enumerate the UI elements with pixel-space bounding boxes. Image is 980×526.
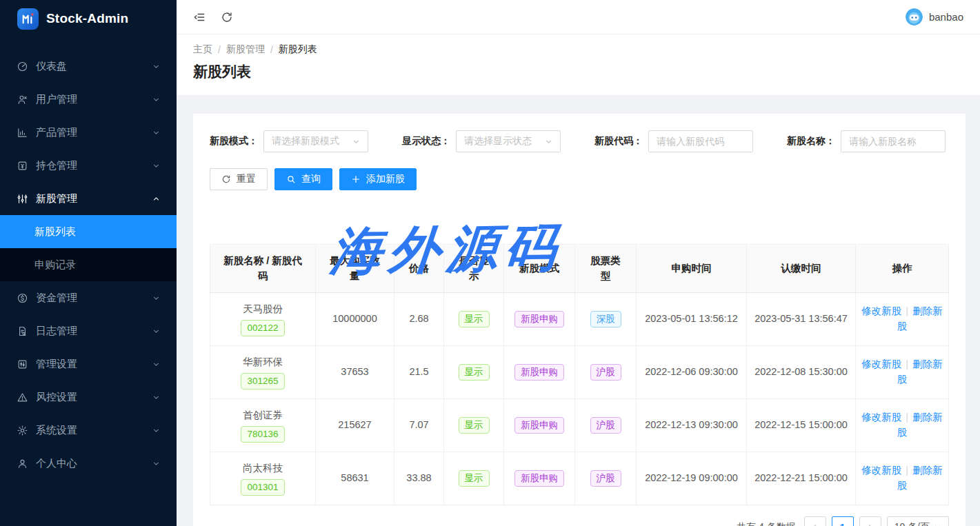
stock-code-badge: 301265 bbox=[241, 373, 284, 390]
chevron-down-icon bbox=[152, 96, 160, 103]
sidebar-item-label: 个人中心 bbox=[36, 457, 152, 470]
cell-pay-time: 2022-12-15 15:00:00 bbox=[747, 398, 856, 452]
sidebar-subitem[interactable]: 申购记录 bbox=[0, 248, 177, 281]
cell-actions: 修改新股|删除新股 bbox=[856, 292, 949, 345]
sidebar-item[interactable]: 新股管理 bbox=[0, 182, 177, 215]
stock-type-badge: 沪股 bbox=[590, 364, 621, 381]
content-card: 新股模式： 请选择新股模式 显示状态： 请选择显示状态 bbox=[193, 114, 966, 526]
filter-row: 新股模式： 请选择新股模式 显示状态： 请选择显示状态 bbox=[210, 130, 949, 152]
action-separator: | bbox=[906, 465, 908, 476]
col-header-name-code: 新股名称 / 新股代码 bbox=[210, 245, 316, 293]
delete-stock-link[interactable]: 删除新股 bbox=[897, 305, 943, 332]
page-size-select[interactable]: 10 条/页 bbox=[887, 516, 949, 526]
status-select[interactable]: 请选择显示状态 bbox=[456, 130, 561, 152]
icon-users bbox=[17, 94, 28, 105]
page-number-button[interactable]: 1 bbox=[832, 516, 854, 526]
add-stock-button-label: 添加新股 bbox=[366, 173, 405, 185]
action-separator: | bbox=[906, 412, 908, 423]
delete-stock-link[interactable]: 删除新股 bbox=[897, 358, 943, 385]
cell-price: 21.5 bbox=[394, 345, 444, 398]
prev-page-button[interactable] bbox=[804, 516, 826, 526]
icon-levels bbox=[17, 193, 28, 205]
sidebar-item-label: 仪表盘 bbox=[36, 60, 152, 73]
action-separator: | bbox=[906, 358, 908, 370]
search-icon bbox=[286, 174, 296, 184]
sidebar-item[interactable]: 个人中心 bbox=[0, 447, 177, 480]
mode-badge: 新股申购 bbox=[514, 470, 564, 487]
cell-pay-time: 2022-12-21 15:00:00 bbox=[747, 452, 856, 505]
mode-select[interactable]: 请选择新股模式 bbox=[263, 130, 368, 152]
table-header-row: 新股名称 / 新股代码 最大购买数量 价格 是否显示 新股模式 股票类型 申购时… bbox=[210, 245, 949, 293]
cell-apply-time: 2023-05-01 13:56:12 bbox=[637, 292, 747, 345]
stock-name: 华新环保 bbox=[216, 355, 310, 370]
cell-display: 显示 bbox=[444, 345, 504, 398]
stock-code-badge: 002122 bbox=[241, 320, 284, 336]
delete-stock-link[interactable]: 删除新股 bbox=[897, 465, 943, 491]
chevron-down-icon bbox=[152, 361, 160, 368]
sidebar-menu: 仪表盘用户管理产品管理持仓管理新股管理新股列表申购记录资金管理日志管理管理设置风… bbox=[0, 50, 177, 480]
breadcrumb-item[interactable]: 新股管理 bbox=[226, 43, 265, 56]
cell-max-qty: 37653 bbox=[316, 345, 394, 398]
chevron-down-icon bbox=[152, 129, 160, 136]
sidebar-item[interactable]: 系统设置 bbox=[0, 414, 177, 447]
sidebar-item[interactable]: 资金管理 bbox=[0, 281, 177, 314]
icon-gear bbox=[17, 425, 28, 436]
edit-stock-link[interactable]: 修改新股 bbox=[861, 412, 901, 423]
filter-status-label: 显示状态： bbox=[402, 135, 450, 148]
sidebar-item[interactable]: 风控设置 bbox=[0, 381, 177, 414]
sidebar-submenu: 新股列表申购记录 bbox=[0, 215, 177, 281]
cell-actions: 修改新股|删除新股 bbox=[856, 452, 949, 505]
cell-display: 显示 bbox=[444, 398, 504, 452]
filter-mode: 新股模式： 请选择新股模式 bbox=[210, 130, 368, 152]
sidebar-item[interactable]: 仪表盘 bbox=[0, 50, 177, 83]
table-row: 华新环保3012653765321.5显示新股申购沪股2022-12-06 09… bbox=[210, 345, 949, 398]
icon-fund bbox=[17, 292, 28, 304]
chevron-down-icon bbox=[152, 162, 160, 170]
col-header-apply-time: 申购时间 bbox=[637, 245, 747, 293]
reset-button[interactable]: 重置 bbox=[210, 168, 268, 190]
edit-stock-link[interactable]: 修改新股 bbox=[861, 305, 901, 316]
icon-chart bbox=[17, 127, 28, 139]
sidebar-item[interactable]: 管理设置 bbox=[0, 347, 177, 381]
cell-price: 33.88 bbox=[394, 452, 444, 505]
reload-icon bbox=[221, 174, 231, 184]
edit-stock-link[interactable]: 修改新股 bbox=[861, 358, 901, 370]
cell-display: 显示 bbox=[444, 292, 504, 345]
cell-apply-time: 2022-12-06 09:30:00 bbox=[637, 345, 747, 398]
page-size-value: 10 条/页 bbox=[894, 521, 930, 526]
username: banbao bbox=[929, 11, 963, 23]
add-stock-button[interactable]: 添加新股 bbox=[339, 168, 417, 190]
sidebar-subitem[interactable]: 新股列表 bbox=[0, 215, 177, 248]
sidebar-item-label: 新股管理 bbox=[36, 192, 152, 205]
cell-stock-type: 沪股 bbox=[575, 452, 637, 505]
chevron-down-icon bbox=[352, 138, 360, 145]
menu-fold-icon[interactable] bbox=[193, 11, 206, 23]
col-header-actions: 操作 bbox=[856, 245, 949, 293]
stock-code-input[interactable] bbox=[648, 130, 753, 152]
mode-select-placeholder: 请选择新股模式 bbox=[272, 135, 339, 148]
toolbar: 重置 查询 添加新股 bbox=[210, 168, 949, 190]
delete-stock-link[interactable]: 删除新股 bbox=[897, 412, 943, 438]
sidebar-item-label: 持仓管理 bbox=[36, 159, 152, 172]
col-header-display: 是否显示 bbox=[444, 245, 504, 293]
sidebar-item[interactable]: 用户管理 bbox=[0, 83, 177, 116]
stock-name-input[interactable] bbox=[841, 130, 946, 152]
stock-code-badge: 780136 bbox=[241, 426, 284, 443]
breadcrumb-item[interactable]: 主页 bbox=[193, 43, 212, 56]
query-button[interactable]: 查询 bbox=[274, 168, 332, 190]
chevron-down-icon bbox=[152, 460, 160, 467]
app-logo[interactable]: Stock-Admin bbox=[0, 0, 177, 33]
refresh-icon[interactable] bbox=[221, 11, 233, 23]
cell-name-code: 天马股份002122 bbox=[210, 292, 316, 345]
cell-price: 7.07 bbox=[394, 398, 444, 452]
filter-status: 显示状态： 请选择显示状态 bbox=[402, 130, 561, 152]
sidebar-item[interactable]: 日志管理 bbox=[0, 314, 177, 347]
edit-stock-link[interactable]: 修改新股 bbox=[861, 465, 901, 476]
cell-apply-time: 2022-12-13 09:30:00 bbox=[637, 398, 747, 452]
sidebar-item[interactable]: 持仓管理 bbox=[0, 149, 177, 182]
next-page-button[interactable] bbox=[859, 516, 881, 526]
content-area: 新股模式： 请选择新股模式 显示状态： 请选择显示状态 bbox=[177, 95, 980, 526]
sidebar-item[interactable]: 产品管理 bbox=[0, 116, 177, 149]
icon-dashboard bbox=[17, 61, 28, 72]
user-menu[interactable]: banbao bbox=[906, 8, 963, 26]
